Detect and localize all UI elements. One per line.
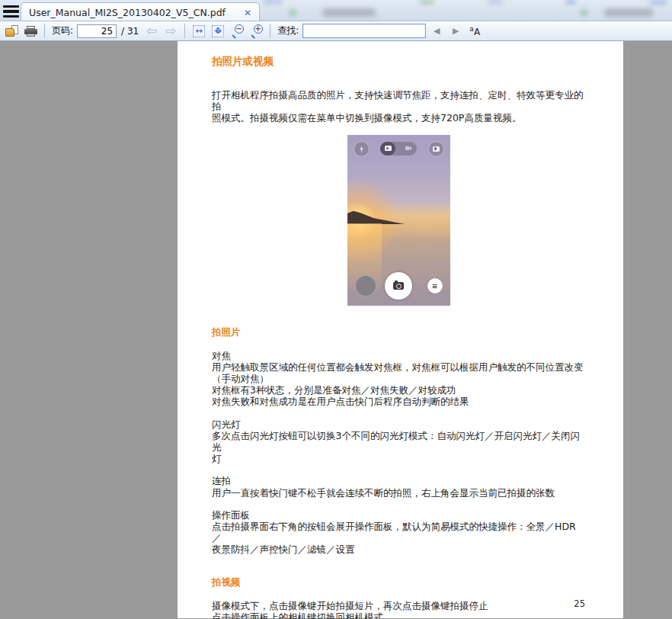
previous-result-icon: ◀ — [434, 26, 440, 36]
doc-blocks: 拍照片或视频打开相机程序拍摄高品质的照片，支持快速调节焦距，支持连拍、定时、特效… — [212, 55, 585, 619]
camera-video-mode-toggle — [380, 142, 417, 156]
paragraph: 对焦用户轻触取景区域的任何位置都会触发对焦框，对焦框可以根据用户触发的不同位置改… — [212, 350, 585, 408]
tab-title: User_Manual_MI2S_20130402_V5_CN.pdf — [29, 7, 242, 18]
video-icon — [405, 146, 411, 150]
background-window-artifact — [604, 8, 653, 17]
background-window-artifact — [488, 0, 503, 4]
paragraph: 操作面板点击拍摄界面右下角的按钮会展开操作面板，默认为简易模式的快捷操作：全景／… — [212, 509, 585, 556]
find-label: 查找: — [277, 24, 299, 37]
next-page-icon: ⇨ — [165, 24, 176, 37]
previous-page-icon: ⇦ — [146, 24, 157, 37]
camera-bottom-controls: ≡ — [347, 263, 450, 306]
zoom-in-icon: + — [250, 24, 263, 37]
page-number-footer: 25 — [574, 598, 585, 609]
shutter-button — [385, 272, 412, 300]
section-heading: 拍视频 — [212, 576, 585, 589]
camera-screenshot: ≡ — [347, 135, 450, 306]
background-window-artifact — [263, 0, 283, 4]
document-area[interactable]: 拍照片或视频打开相机程序拍摄高品质的照片，支持快速调节焦距，支持连拍、定时、特效… — [0, 41, 672, 618]
case-sensitive-button[interactable]: aA — [466, 23, 483, 40]
page-number-input[interactable] — [77, 24, 117, 38]
tab-bar: User_Manual_MI2S_20130402_V5_CN.pdf ✕ — [0, 0, 672, 21]
next-page-button[interactable]: ⇨ — [162, 23, 179, 40]
paragraph: 打开相机程序拍摄高品质的照片，支持快速调节焦距，支持连拍、定时、特效等更专业的拍… — [212, 89, 585, 124]
case-sensitive-icon: aA — [469, 25, 480, 37]
camera-icon — [433, 146, 440, 152]
fit-width-icon: ↔ — [193, 25, 205, 37]
background-window-artifact — [649, 0, 667, 5]
paragraph: 摄像模式下，点击摄像键开始拍摄短片，再次点击摄像键拍摄停止点击操作面板上的相机键… — [212, 600, 585, 619]
fit-width-button[interactable]: ↔ — [190, 23, 207, 40]
zoom-in-button[interactable]: + — [248, 23, 264, 40]
panel-menu-button: ≡ — [427, 278, 443, 293]
next-result-icon: ▶ — [453, 26, 459, 36]
fit-page-button[interactable]: ↔↕ — [210, 23, 226, 40]
background-window-artifact — [322, 8, 376, 17]
close-icon[interactable]: ✕ — [242, 8, 253, 18]
background-window-artifact — [419, 0, 434, 4]
pdf-viewer-window: User_Manual_MI2S_20130402_V5_CN.pdf ✕ 页码… — [0, 0, 672, 619]
page-title: 拍照片或视频 — [212, 55, 585, 69]
toolbar-separator — [184, 24, 185, 38]
camera-icon — [393, 282, 404, 290]
paragraph: 连拍用户一直按着快门键不松手就会连续不断的拍照，右上角会显示当前已拍摄的张数 — [212, 475, 585, 498]
previous-result-button[interactable]: ◀ — [428, 23, 445, 40]
headland-silhouette — [347, 210, 406, 224]
fit-page-icon: ↔↕ — [212, 25, 224, 37]
toolbar: 页码: / 31 ⇦ ⇨ ↔ ↔↕ − + 查找: ◀ ▶ aA — [0, 21, 672, 41]
open-file-button[interactable] — [3, 23, 20, 40]
toolbar-separator — [44, 24, 45, 38]
camera-mode-selected — [380, 142, 395, 156]
camera-top-controls — [347, 141, 450, 158]
document-tab[interactable]: User_Manual_MI2S_20130402_V5_CN.pdf ✕ — [21, 2, 260, 21]
background-window-artifact — [565, 0, 576, 4]
page-total-label: / 31 — [121, 26, 139, 37]
camera-icon — [385, 146, 392, 151]
zoom-out-button[interactable]: − — [229, 23, 245, 40]
toolbar-separator — [270, 24, 270, 38]
paragraph: 闪光灯多次点击闪光灯按钮可以切换3个不同的闪光灯模式：自动闪光灯／开启闪光灯／关… — [212, 419, 585, 465]
gallery-thumbnail — [355, 275, 376, 297]
next-result-button[interactable]: ▶ — [447, 23, 464, 40]
previous-page-button[interactable]: ⇦ — [143, 23, 160, 40]
print-button[interactable] — [22, 23, 39, 40]
pdf-page: 拍照片或视频打开相机程序拍摄高品质的照片，支持快速调节焦距，支持连拍、定时、特效… — [178, 41, 623, 618]
zoom-out-icon: − — [231, 24, 244, 37]
front-back-switch-icon — [428, 141, 444, 157]
page-number-label: 页码: — [52, 24, 73, 37]
camera-figure: ≡ — [212, 135, 585, 306]
flash-toggle-icon — [354, 141, 370, 157]
section-heading: 拍照片 — [212, 326, 585, 339]
background-window-artifact — [290, 9, 296, 16]
menu-button[interactable] — [3, 5, 19, 18]
print-icon — [24, 26, 37, 37]
lightning-icon — [360, 146, 364, 153]
find-input[interactable] — [302, 24, 426, 38]
background-window-artifact — [581, 9, 587, 16]
open-file-icon — [5, 25, 18, 37]
